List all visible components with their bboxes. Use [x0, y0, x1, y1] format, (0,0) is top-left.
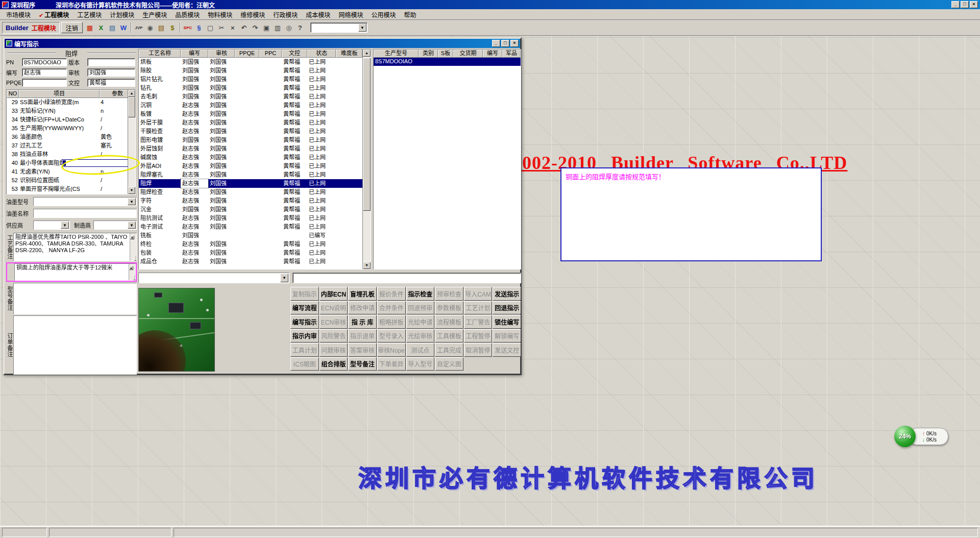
menu-item-8[interactable]: 行政模块	[269, 9, 302, 20]
action-button[interactable]: 审核Nope	[377, 343, 406, 357]
action-button[interactable]: 发送文控	[493, 343, 521, 357]
model-col-header[interactable]: 交货期	[453, 50, 483, 58]
version-field[interactable]	[87, 58, 135, 66]
delete-button[interactable]: ×	[227, 22, 238, 33]
currency-button[interactable]: $	[167, 22, 178, 33]
action-button[interactable]: 指示内审	[290, 329, 319, 343]
menu-item-7[interactable]: 维修模块	[236, 9, 269, 20]
process-row[interactable]: 烘板刘国强刘国强黄帮福已上网	[139, 58, 362, 66]
model-col-header[interactable]: 编写	[483, 50, 502, 58]
menu-item-5[interactable]: 品质模块	[171, 9, 204, 20]
action-button[interactable]: 指 示 库	[348, 315, 377, 329]
menu-item-1[interactable]: ✔工程模块	[35, 9, 73, 20]
excel-button[interactable]: X	[95, 22, 107, 33]
process-row[interactable]: 干膜检查赵志强刘国强黄帮福已上网	[139, 127, 362, 136]
process-row[interactable]: 阻焊赵志强刘国强黄帮福已上网	[139, 179, 362, 188]
param-col-no[interactable]: NO	[7, 90, 19, 98]
menu-item-6[interactable]: 物料模块	[204, 9, 236, 20]
action-button[interactable]: ECN审核	[320, 315, 348, 329]
close-button[interactable]: ×	[970, 1, 978, 8]
action-button[interactable]: 导入型号	[406, 357, 435, 371]
process-row[interactable]: 板镀赵志强刘国强黄帮福已上网	[139, 110, 362, 118]
cut-button[interactable]: ✂	[216, 22, 227, 33]
action-button[interactable]: 盲埋孔板	[348, 287, 377, 301]
model-col-header[interactable]: 军品	[502, 50, 521, 58]
process-row[interactable]: 阻焊检查赵志强刘国强黄帮福已上网	[139, 188, 362, 197]
action-button[interactable]: 问题审核	[320, 343, 348, 357]
scroll-up-icon[interactable]: ▲	[128, 90, 135, 97]
action-button[interactable]: 合并条件	[377, 301, 406, 315]
model-remark-box[interactable]	[13, 283, 137, 314]
process-row[interactable]: 沉铜赵志强刘国强黄帮福已上网	[139, 101, 362, 110]
process-col-header[interactable]: PPQE	[235, 50, 259, 58]
process-row[interactable]: 阻焊塞孔赵志强刘国强黄帮福已上网	[139, 170, 362, 179]
chevron-down-icon[interactable]: ▼	[128, 198, 136, 205]
scroll-up-icon[interactable]: ▲	[363, 50, 371, 57]
minimize-button[interactable]: _	[951, 1, 960, 8]
action-button[interactable]: 工程暂停	[464, 329, 493, 343]
action-button[interactable]: 答案审核	[348, 343, 377, 357]
bottom-text-field[interactable]	[292, 273, 521, 283]
action-button[interactable]: 粗略拼板	[377, 315, 406, 329]
toolbar-combobox[interactable]: ▼	[310, 22, 368, 33]
highlight-remark-box[interactable]: 铜面上的阻焊油墨厚度大于等于12微米 ▲ ▼	[14, 263, 136, 281]
chevron-down-icon[interactable]: ▼	[280, 274, 288, 282]
action-button[interactable]: 修改申请	[348, 301, 377, 315]
dialog-close-button[interactable]: ×	[510, 40, 519, 47]
network-monitor-widget[interactable]: ↑ 0K/s ↓ 0K/s 24%	[894, 426, 949, 447]
paperclip-button[interactable]: §	[193, 22, 205, 33]
action-button[interactable]: 光绘申请	[406, 315, 435, 329]
process-row[interactable]: 碱腐蚀赵志强刘国强黄帮福已上网	[139, 153, 362, 162]
process-row[interactable]: 铣板刘国强已编写	[139, 231, 362, 240]
new-doc-button[interactable]: ▢	[205, 22, 216, 33]
process-col-header[interactable]: PPC	[259, 50, 282, 58]
action-button[interactable]: 工具完成	[435, 343, 463, 357]
action-button[interactable]: 复制指示	[290, 287, 319, 301]
find-button[interactable]: ◎	[283, 22, 295, 33]
action-button[interactable]: ICS眼图	[290, 357, 319, 371]
param-row[interactable]: 34快捷标记(FP+UL+DateCo/	[7, 115, 129, 124]
chart-button[interactable]: ▤	[107, 22, 118, 33]
action-button[interactable]: 导入CAM	[464, 287, 493, 301]
process-row[interactable]: 包装赵志强刘国强黄帮福已上网	[139, 249, 362, 257]
model-col-header[interactable]: S板	[438, 50, 453, 58]
process-col-header[interactable]: 难度板	[336, 50, 362, 58]
action-button[interactable]: 编写指示	[290, 315, 319, 329]
action-button[interactable]: 发送指示	[493, 287, 521, 301]
model-col-header[interactable]: 类别	[419, 50, 438, 58]
clipboard-button[interactable]: ▤	[156, 22, 167, 33]
process-row[interactable]: 电子测试赵志强刘国强黄帮福已上网	[139, 223, 362, 231]
scroll-up-icon[interactable]: ▲	[130, 235, 134, 239]
param-col-item[interactable]: 项目	[19, 90, 100, 98]
process-row[interactable]: 图形电镀刘国强刘国强黄帮福已上网	[139, 136, 362, 144]
action-button[interactable]: 编写流程	[290, 301, 319, 315]
process-row[interactable]: 外层蚀刻赵志强刘国强黄帮福已上网	[139, 144, 362, 153]
ppqe-field[interactable]	[22, 79, 67, 87]
process-row[interactable]: 阻抗测试赵志强刘国强黄帮福已上网	[139, 214, 362, 223]
action-button[interactable]: 自定义图	[435, 357, 463, 371]
menu-item-4[interactable]: 生产模块	[138, 9, 171, 20]
param-edit-input[interactable]	[62, 159, 128, 167]
menu-item-2[interactable]: 工艺模块	[73, 9, 106, 20]
process-col-header[interactable]: 工艺名称	[139, 50, 181, 58]
action-button[interactable]: 内部ECN	[320, 287, 348, 301]
camera-button[interactable]: ◉	[144, 22, 156, 33]
action-button[interactable]: ECN说明	[320, 301, 348, 315]
param-row[interactable]: 35生产周期(YYWW/WWYY)/	[7, 124, 129, 133]
param-table-scrollbar[interactable]: ▲ ▼	[128, 90, 135, 194]
action-button[interactable]: 组合排版	[320, 357, 348, 371]
menu-item-3[interactable]: 计划模块	[106, 9, 138, 20]
memory-percent-ball[interactable]: 24%	[894, 426, 916, 447]
scrollbar-thumb[interactable]	[363, 58, 371, 211]
process-row[interactable]: 字符赵志强刘国强黄帮福已上网	[139, 197, 362, 205]
param-row[interactable]: 38挡油点菲林/	[7, 150, 129, 159]
bottom-combobox[interactable]: ▼	[138, 273, 289, 283]
dialog-minimize-button[interactable]: _	[492, 40, 500, 47]
action-button[interactable]: 回退预审	[406, 301, 435, 315]
dialog-title-bar[interactable]: 编写指示 _ □ ×	[5, 39, 520, 48]
dialog-maximize-button[interactable]: □	[501, 40, 509, 47]
spc-button[interactable]: SPC	[182, 22, 193, 33]
process-remark-box[interactable]: 阻焊油墨优先推荐TAITO PSR-2000 、TAIYO PSR-4000、T…	[13, 233, 137, 261]
action-button[interactable]: 风险警告	[320, 329, 348, 343]
process-col-header[interactable]: 状态	[307, 50, 336, 58]
